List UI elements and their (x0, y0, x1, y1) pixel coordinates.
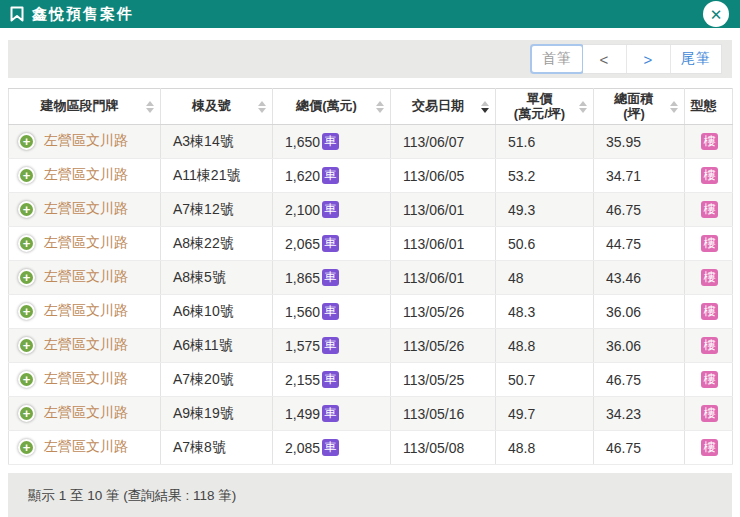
expand-plus-icon[interactable] (18, 405, 35, 422)
sort-arrows-icon[interactable] (258, 101, 266, 113)
expand-plus-icon[interactable] (18, 133, 35, 150)
address-text: 左營區文川路 (44, 201, 128, 217)
close-icon[interactable]: ✕ (703, 1, 729, 27)
sort-arrows-icon[interactable] (579, 101, 587, 113)
area-cell: 34.71 (594, 159, 685, 193)
column-header-area[interactable]: 總面積 (坪) (594, 89, 685, 125)
address-cell: 左營區文川路 (9, 363, 161, 397)
column-label-unit_price: 單價 (萬元/坪) (514, 91, 565, 121)
price-cell: 1,650車 (273, 125, 391, 159)
address-cell: 左營區文川路 (9, 227, 161, 261)
date-cell: 113/05/26 (391, 329, 496, 363)
parking-badge: 車 (322, 201, 339, 218)
floor-badge: 樓 (701, 201, 718, 218)
pager-group: 首筆 < > 尾筆 (530, 44, 722, 74)
building-cell: A11棟21號 (161, 159, 273, 193)
last-page-button[interactable]: 尾筆 (671, 45, 721, 73)
table-row: 左營區文川路A7棟8號2,085車113/05/0848.846.75樓 (9, 431, 733, 465)
type-cell: 樓 (685, 125, 733, 159)
prev-page-button[interactable]: < (583, 45, 627, 73)
expand-plus-icon[interactable] (18, 439, 35, 456)
address-text: 左營區文川路 (44, 133, 128, 149)
floor-badge: 樓 (701, 303, 718, 320)
price-value: 1,620 (285, 168, 320, 184)
address-cell: 左營區文川路 (9, 397, 161, 431)
results-summary-bar: 顯示 1 至 10 筆 (查詢結果 : 118 筆) (8, 473, 732, 517)
building-cell: A3棟14號 (161, 125, 273, 159)
address-cell: 左營區文川路 (9, 193, 161, 227)
sort-arrows-icon[interactable] (481, 101, 489, 113)
address-cell: 左營區文川路 (9, 329, 161, 363)
expand-plus-icon[interactable] (18, 337, 35, 354)
column-label-area: 總面積 (坪) (615, 91, 654, 121)
building-cell: A6棟11號 (161, 329, 273, 363)
parking-badge: 車 (322, 405, 339, 422)
table-row: 左營區文川路A3棟14號1,650車113/06/0751.635.95樓 (9, 125, 733, 159)
unit-price-cell: 50.7 (496, 363, 594, 397)
price-cell: 1,499車 (273, 397, 391, 431)
floor-badge: 樓 (701, 337, 718, 354)
date-cell: 113/06/01 (391, 261, 496, 295)
unit-price-cell: 53.2 (496, 159, 594, 193)
table-row: 左營區文川路A7棟12號2,100車113/06/0149.346.75樓 (9, 193, 733, 227)
floor-badge: 樓 (701, 269, 718, 286)
price-value: 2,100 (285, 202, 320, 218)
column-label-building: 棟及號 (192, 98, 231, 113)
expand-plus-icon[interactable] (18, 269, 35, 286)
address-text: 左營區文川路 (44, 269, 128, 285)
price-value: 2,085 (285, 440, 320, 456)
date-cell: 113/05/16 (391, 397, 496, 431)
parking-badge: 車 (322, 269, 339, 286)
type-cell: 樓 (685, 261, 733, 295)
area-cell: 46.75 (594, 363, 685, 397)
sort-arrows-icon[interactable] (146, 101, 154, 113)
column-header-address[interactable]: 建物區段門牌 (9, 89, 161, 125)
table-row: 左營區文川路A7棟20號2,155車113/05/2550.746.75樓 (9, 363, 733, 397)
expand-plus-icon[interactable] (18, 167, 35, 184)
building-cell: A8棟5號 (161, 261, 273, 295)
column-label-type: 型態 (691, 98, 717, 113)
expand-plus-icon[interactable] (18, 303, 35, 320)
type-cell: 樓 (685, 397, 733, 431)
unit-price-cell: 49.7 (496, 397, 594, 431)
page-title: 鑫悅預售案件 (32, 5, 134, 24)
floor-badge: 樓 (701, 235, 718, 252)
first-page-button[interactable]: 首筆 (530, 44, 584, 74)
parking-badge: 車 (322, 337, 339, 354)
address-cell: 左營區文川路 (9, 295, 161, 329)
area-cell: 43.46 (594, 261, 685, 295)
price-cell: 1,575車 (273, 329, 391, 363)
next-page-button[interactable]: > (627, 45, 671, 73)
parking-badge: 車 (322, 439, 339, 456)
date-cell: 113/06/07 (391, 125, 496, 159)
type-cell: 樓 (685, 159, 733, 193)
type-cell: 樓 (685, 295, 733, 329)
title-bar: 鑫悅預售案件 ✕ (0, 0, 740, 28)
column-label-price: 總價(萬元) (296, 98, 357, 113)
pagination-toolbar: 首筆 < > 尾筆 (8, 40, 732, 78)
expand-plus-icon[interactable] (18, 201, 35, 218)
address-text: 左營區文川路 (44, 371, 128, 387)
parking-badge: 車 (322, 371, 339, 388)
parking-badge: 車 (322, 235, 339, 252)
parking-badge: 車 (322, 133, 339, 150)
expand-plus-icon[interactable] (18, 371, 35, 388)
area-cell: 34.23 (594, 397, 685, 431)
column-header-date[interactable]: 交易日期 (391, 89, 496, 125)
building-cell: A9棟19號 (161, 397, 273, 431)
column-header-price[interactable]: 總價(萬元) (273, 89, 391, 125)
unit-price-cell: 48.3 (496, 295, 594, 329)
sort-arrows-icon[interactable] (376, 101, 384, 113)
floor-badge: 樓 (701, 371, 718, 388)
expand-plus-icon[interactable] (18, 235, 35, 252)
column-header-unit_price[interactable]: 單價 (萬元/坪) (496, 89, 594, 125)
price-value: 1,575 (285, 338, 320, 354)
parking-badge: 車 (322, 167, 339, 184)
address-text: 左營區文川路 (44, 405, 128, 421)
address-text: 左營區文川路 (44, 235, 128, 251)
price-cell: 1,865車 (273, 261, 391, 295)
area-cell: 44.75 (594, 227, 685, 261)
column-header-building[interactable]: 棟及號 (161, 89, 273, 125)
sort-arrows-icon[interactable] (670, 101, 678, 113)
unit-price-cell: 51.6 (496, 125, 594, 159)
